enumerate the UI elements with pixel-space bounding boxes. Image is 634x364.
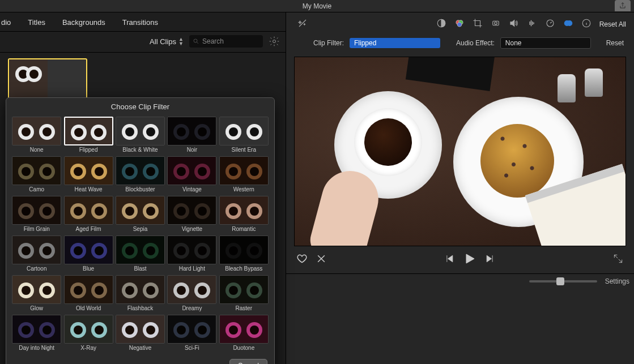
filter-option-none[interactable]: None xyxy=(12,117,61,154)
filter-option-western[interactable]: Western xyxy=(219,156,269,194)
stabilization-button[interactable] xyxy=(491,18,501,31)
tab-backgrounds[interactable]: Backgrounds xyxy=(62,18,105,27)
filter-option-label: Glow xyxy=(12,304,61,312)
filter-option-blockbuster[interactable]: Blockbuster xyxy=(116,156,165,194)
filter-option-raster[interactable]: Raster xyxy=(219,275,269,312)
volume-button[interactable] xyxy=(509,18,519,31)
choose-clip-filter-dialog: Choose Clip Filter NoneFlippedBlack & Wh… xyxy=(6,97,275,364)
svg-point-7 xyxy=(494,22,497,25)
next-button[interactable] xyxy=(484,253,496,267)
filter-option-silent-era[interactable]: Silent Era xyxy=(219,117,269,154)
filter-option-vignette[interactable]: Vignette xyxy=(167,196,216,233)
filter-option-label: Negative xyxy=(116,344,165,352)
filter-option-label: Dreamy xyxy=(167,304,216,312)
filter-option-label: Aged Film xyxy=(63,225,113,233)
color-balance-button[interactable] xyxy=(436,18,446,31)
play-button[interactable] xyxy=(463,252,476,268)
adjust-toolbar: Reset All xyxy=(286,12,634,34)
prev-button[interactable] xyxy=(444,253,455,267)
filter-option-blast[interactable]: Blast xyxy=(116,235,165,273)
updown-icon: ▲▼ xyxy=(178,37,184,46)
reset-all-button[interactable]: Reset All xyxy=(599,20,626,28)
filter-option-label: Western xyxy=(219,185,269,194)
speed-button[interactable] xyxy=(545,18,555,31)
filter-option-label: Sepia xyxy=(116,225,165,233)
magic-wand-button[interactable] xyxy=(297,18,308,31)
clip-filter-value[interactable]: Flipped xyxy=(350,38,440,48)
noise-reduction-button[interactable] xyxy=(527,18,537,31)
color-correction-button[interactable] xyxy=(454,18,465,31)
filter-option-old-world[interactable]: Old World xyxy=(63,275,113,312)
filter-option-flashback[interactable]: Flashback xyxy=(116,275,165,312)
filter-option-label: Heat Wave xyxy=(63,185,113,194)
title-bar: My Movie xyxy=(0,0,634,12)
filter-option-label: Duotone xyxy=(219,344,269,352)
filter-option-x-ray[interactable]: X-Ray xyxy=(63,315,113,352)
tab-titles[interactable]: Titles xyxy=(28,18,45,27)
reset-button[interactable]: Reset xyxy=(606,39,624,47)
filter-option-label: Noir xyxy=(167,145,216,154)
browser-settings-button[interactable] xyxy=(269,36,280,47)
reject-button[interactable] xyxy=(316,253,327,267)
filter-option-label: Day into Night xyxy=(12,344,61,352)
filter-option-bleach-bypass[interactable]: Bleach Bypass xyxy=(219,235,269,273)
svg-point-1 xyxy=(273,40,276,43)
filter-option-label: Bleach Bypass xyxy=(219,264,269,273)
filter-option-label: Raster xyxy=(219,304,269,312)
favorite-button[interactable] xyxy=(296,253,308,267)
filter-option-label: Black & White xyxy=(116,145,165,154)
audio-effect-label: Audio Effect: xyxy=(456,39,495,47)
filter-option-flipped[interactable]: Flipped xyxy=(63,117,113,154)
filter-option-noir[interactable]: Noir xyxy=(167,117,216,154)
media-tabs: dio Titles Backgrounds Transitions xyxy=(0,12,286,32)
search-placeholder: Search xyxy=(202,37,224,45)
filter-option-glow[interactable]: Glow xyxy=(12,275,61,312)
filter-option-day-into-night[interactable]: Day into Night xyxy=(12,315,61,352)
filter-option-dreamy[interactable]: Dreamy xyxy=(167,275,216,312)
filter-option-camo[interactable]: Camo xyxy=(12,156,61,194)
search-icon xyxy=(193,38,199,45)
info-button[interactable] xyxy=(581,18,592,31)
dialog-title: Choose Clip Filter xyxy=(6,98,274,114)
cancel-button[interactable]: Cancel xyxy=(229,359,267,364)
filter-option-sepia[interactable]: Sepia xyxy=(116,196,165,233)
filter-option-romantic[interactable]: Romantic xyxy=(219,196,269,233)
crop-button[interactable] xyxy=(473,18,483,31)
filter-option-label: X-Ray xyxy=(63,344,113,352)
filter-option-duotone[interactable]: Duotone xyxy=(219,315,269,352)
filter-option-label: Hard Light xyxy=(167,264,216,273)
filter-option-cartoon[interactable]: Cartoon xyxy=(12,235,61,273)
filter-option-label: Sci-Fi xyxy=(167,344,216,352)
filter-option-blue[interactable]: Blue xyxy=(63,235,113,273)
filter-option-aged-film[interactable]: Aged Film xyxy=(63,196,113,233)
filter-option-label: None xyxy=(12,145,61,154)
clip-filter-button[interactable] xyxy=(563,18,573,31)
filter-option-film-grain[interactable]: Film Grain xyxy=(12,196,61,233)
timeline-zoom-slider[interactable] xyxy=(529,280,597,282)
filter-option-sci-fi[interactable]: Sci-Fi xyxy=(167,315,216,352)
filter-option-black-white[interactable]: Black & White xyxy=(116,117,165,154)
filter-option-negative[interactable]: Negative xyxy=(116,315,165,352)
filter-option-label: Flipped xyxy=(63,145,113,154)
audio-effect-value[interactable]: None xyxy=(500,37,591,49)
project-title: My Movie xyxy=(303,2,331,10)
filter-option-label: Cartoon xyxy=(12,264,61,273)
filter-option-vintage[interactable]: Vintage xyxy=(167,156,216,194)
clips-filter-dropdown[interactable]: All Clips ▲▼ xyxy=(150,37,184,46)
filter-option-label: Camo xyxy=(12,185,61,194)
settings-button[interactable]: Settings xyxy=(605,277,629,285)
filter-option-label: Silent Era xyxy=(219,145,269,154)
clip-thumbnail[interactable]: 13.0s xyxy=(8,58,87,104)
preview-viewer[interactable] xyxy=(294,57,626,246)
share-button[interactable] xyxy=(615,0,631,11)
fullscreen-button[interactable] xyxy=(612,253,624,267)
clips-filter-label: All Clips xyxy=(150,37,176,46)
tab-audio[interactable]: dio xyxy=(1,18,11,27)
filter-option-label: Flashback xyxy=(116,304,165,312)
filter-option-label: Vignette xyxy=(167,225,216,233)
search-input[interactable]: Search xyxy=(189,35,263,48)
tab-transitions[interactable]: Transitions xyxy=(122,18,158,27)
filter-option-heat-wave[interactable]: Heat Wave xyxy=(63,156,113,194)
filter-option-label: Blast xyxy=(116,264,165,273)
filter-option-hard-light[interactable]: Hard Light xyxy=(167,235,216,273)
